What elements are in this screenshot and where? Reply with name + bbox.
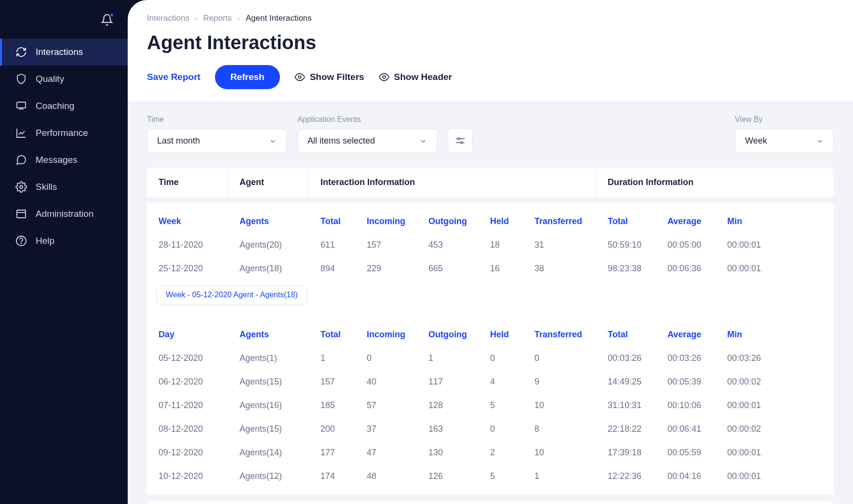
cell: Agents(14) [228,445,309,461]
cell: 157 [309,374,355,390]
table-row[interactable]: 07-11-2020Agents(16)1855712851031:10:310… [147,394,834,417]
cell: Agents(18) [228,261,309,277]
svg-point-4 [21,243,22,244]
table-row[interactable]: 09-12-2020Agents(14)1774713021017:39:180… [147,441,834,464]
cell: 117 [417,374,479,390]
cell: 16 [479,261,523,277]
col-label[interactable]: Total [596,213,656,229]
breadcrumb-item[interactable]: Interactions [147,13,189,23]
cell: 130 [417,445,479,461]
notification-dot [109,13,114,17]
col-label[interactable]: Min [716,327,775,343]
show-filters-button[interactable]: Show Filters [294,72,364,82]
sidebar-item-skills[interactable]: Skills [0,173,128,200]
sidebar: Interactions Quality Coaching Performanc… [0,0,128,504]
svg-point-6 [383,76,386,79]
col-label[interactable]: Incoming [355,327,417,343]
cell: 40 [355,374,417,390]
show-header-button[interactable]: Show Header [379,72,452,82]
cell: 5 [479,468,523,484]
cell: 163 [417,421,479,437]
cell: 00:10:06 [656,398,716,413]
table-row[interactable]: 05-12-2020Agents(1)1010000:03:2600:03:26… [147,346,834,370]
cell: 00:00:01 [716,468,775,484]
col-label[interactable]: Incoming [355,213,417,229]
cell: 00:03:26 [596,350,656,366]
refresh-button[interactable]: Refresh [215,65,280,89]
presentation-icon [15,100,27,112]
sidebar-item-administration[interactable]: Administration [0,200,128,227]
report-area: Time Last month Application Events All i… [128,101,853,504]
col-label[interactable]: Agents [228,213,309,229]
table-row[interactable]: 25-12-2020Agents(18)894229665163898:23:3… [147,257,834,280]
cell: 98:23:38 [596,261,656,277]
col-label[interactable]: Agents [228,327,309,343]
cell: 28-11-2020 [147,237,228,253]
sidebar-item-help[interactable]: Help [0,227,128,254]
svg-point-9 [458,138,460,140]
col-label[interactable]: Held [479,213,523,229]
drill-down-badge[interactable]: Week - 05-12-2020 Agent - Agents(18) [157,285,307,305]
col-label[interactable]: Outgoing [417,213,479,229]
cell: 00:00:02 [716,421,775,437]
col-label[interactable]: Total [309,327,355,343]
breadcrumb-item[interactable]: Reports [203,13,232,23]
col-label[interactable]: Total [596,327,656,343]
cell: 0 [523,350,596,366]
show-filters-label: Show Filters [310,72,364,82]
table-row[interactable]: 08-12-2020Agents(15)200371630822:18:2200… [147,417,834,441]
col-label[interactable]: Outgoing [417,327,479,343]
table-row[interactable]: 06-12-2020Agents(15)157401174914:49:2500… [147,370,834,394]
cell: 00:03:26 [656,350,716,366]
cell: 00:00:01 [716,261,775,277]
cell: 00:06:36 [656,261,716,277]
cell: 06-12-2020 [147,374,228,390]
cell: 50:59:10 [596,237,656,253]
cell: 00:00:02 [716,374,775,390]
chart-icon [15,127,27,139]
col-label[interactable]: Day [147,327,228,343]
filter-settings-button[interactable] [448,128,473,153]
shield-icon [15,73,27,85]
sidebar-item-label: Administration [36,209,93,219]
col-label[interactable]: Total [309,213,355,229]
col-label[interactable]: Transferred [523,213,596,229]
cell: 10-12-2020 [147,468,228,484]
show-header-label: Show Header [394,72,452,82]
cell: 05-12-2020 [147,350,228,366]
col-label[interactable]: Transferred [523,327,596,343]
table-row[interactable]: 28-11-2020Agents(20)611157453183150:59:1… [147,233,834,257]
cell: 453 [417,237,479,253]
events-select[interactable]: All items selected [297,129,437,153]
cell: 18 [479,237,523,253]
sidebar-item-messages[interactable]: Messages [0,146,128,173]
cell: 0 [355,350,417,366]
save-report-button[interactable]: Save Report [147,72,200,82]
cell: 38 [523,261,596,277]
sidebar-item-quality[interactable]: Quality [0,66,128,93]
cell: 157 [355,237,417,253]
viewby-select[interactable]: Week [735,129,834,153]
sidebar-item-performance[interactable]: Performance [0,119,128,146]
day-labels: Day Agents Total Incoming Outgoing Held … [147,323,834,346]
col-label[interactable]: Min [716,213,775,229]
col-label[interactable]: Week [147,213,228,229]
cell: 00:05:00 [656,237,716,253]
window-icon [15,208,27,220]
table-row[interactable]: 10-12-2020Agents(12)174481265112:22:3600… [147,464,834,488]
col-label[interactable]: Held [479,327,523,343]
col-label[interactable]: Average [656,327,716,343]
col-label[interactable]: Average [656,213,716,229]
sidebar-item-interactions[interactable]: Interactions [0,39,128,66]
time-select[interactable]: Last month [147,129,287,153]
day-section: Day Agents Total Incoming Outgoing Held … [147,316,834,495]
cell: 00:04:16 [656,468,716,484]
cell: 07-11-2020 [147,398,228,413]
cell: 1 [309,350,355,366]
sidebar-item-coaching[interactable]: Coaching [0,93,128,119]
cell: 177 [309,445,355,461]
notifications-button[interactable] [101,13,113,26]
header-agent: Agent [228,168,309,197]
cell: 229 [355,261,417,277]
cell: 9 [523,374,596,390]
